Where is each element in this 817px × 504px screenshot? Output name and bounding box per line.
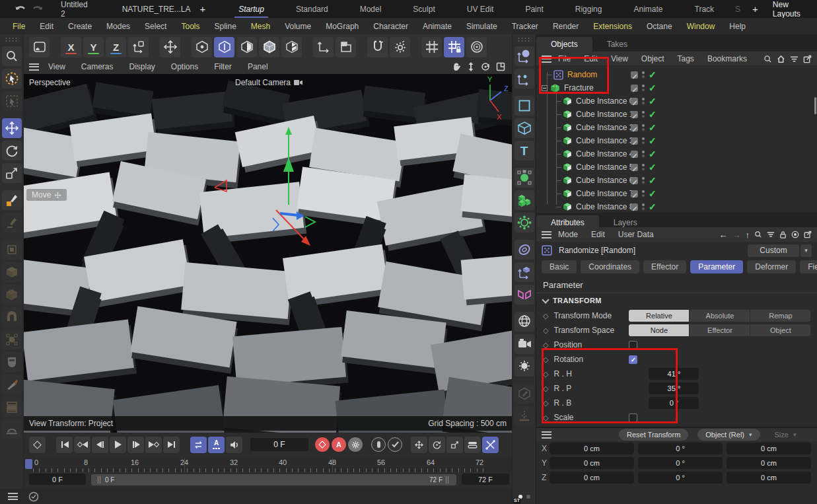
next-frame-button[interactable] — [127, 437, 144, 453]
scale-checkbox[interactable] — [629, 414, 637, 422]
current-frame-field[interactable]: 0 F — [250, 438, 308, 451]
om-menu-bookmarks[interactable]: Bookmarks — [701, 54, 754, 63]
param-diamond-icon[interactable]: ◇ — [543, 384, 548, 393]
record-pla-toggle[interactable] — [482, 437, 499, 453]
menu-extensions[interactable]: Extensions — [586, 22, 639, 31]
menu-tracker[interactable]: Tracker — [505, 22, 546, 31]
visibility-dots[interactable] — [642, 124, 645, 131]
om-menu-tags[interactable]: Tags — [671, 54, 701, 63]
pos-z-field[interactable]: 0 cm — [550, 472, 634, 484]
preset-dropdown-arrow[interactable]: ▾ — [800, 244, 812, 257]
rp-value-field[interactable]: 35 ° — [649, 382, 699, 394]
scale-tool-icon[interactable] — [2, 163, 22, 183]
enabled-check-icon[interactable]: ✓ — [649, 135, 657, 146]
tab-effector[interactable]: Effector — [643, 260, 686, 273]
snap-radius-icon[interactable] — [466, 37, 487, 57]
om-menu-edit[interactable]: Edit — [577, 54, 604, 63]
object-label[interactable]: Cube Instance 8 — [576, 202, 633, 211]
coordinate-mode-dropdown[interactable]: Object (Rel)▾ — [697, 429, 760, 441]
visibility-dots[interactable] — [642, 137, 645, 144]
grid-icon[interactable] — [421, 37, 442, 57]
workplane-axis-icon[interactable] — [313, 37, 334, 57]
spline-rectangle-icon[interactable] — [515, 96, 534, 116]
tree-row-cube-2[interactable]: Cube Instance 2✓ — [536, 121, 817, 134]
option-remap[interactable]: Remap — [750, 310, 810, 322]
light-object-icon[interactable]: ST — [515, 357, 534, 377]
reset-transform-button[interactable]: Reset Transform — [619, 429, 688, 441]
redo-icon[interactable] — [32, 5, 44, 14]
viewport-menu-cameras[interactable]: Cameras — [73, 62, 122, 71]
menu-mesh[interactable]: Mesh — [244, 22, 277, 31]
position-checkbox[interactable] — [629, 341, 637, 349]
document-tab-untitled[interactable]: Untitled 2 — [44, 0, 105, 18]
editor-toggle[interactable] — [631, 177, 638, 184]
viewport-menu-display[interactable]: Display — [121, 62, 162, 71]
viewport-3d[interactable]: Y Z X Perspective Default Camera Move Vi… — [24, 74, 512, 433]
om-menu-object[interactable]: Object — [635, 54, 671, 63]
effector-icon[interactable] — [515, 213, 534, 233]
lock-icon[interactable] — [779, 231, 787, 238]
scale-z-field[interactable]: 0 cm — [727, 472, 811, 484]
param-diamond-icon[interactable]: ◇ — [543, 355, 548, 364]
menu-render[interactable]: Render — [546, 22, 586, 31]
viewport-menu-view[interactable]: View — [40, 62, 73, 71]
viewport-menu-panel[interactable]: Panel — [240, 62, 276, 71]
menu-edit[interactable]: Edit — [32, 22, 61, 31]
enabled-check-icon[interactable]: ✓ — [649, 149, 657, 159]
move-tool-icon[interactable] — [160, 37, 180, 57]
object-label[interactable]: Cube Instance 6 — [576, 176, 633, 185]
enabled-check-icon[interactable]: ✓ — [649, 175, 657, 186]
visibility-dots[interactable] — [642, 98, 645, 104]
param-diamond-icon[interactable]: ◇ — [543, 326, 548, 335]
param-diamond-icon[interactable]: ◇ — [543, 312, 548, 320]
menu-file[interactable]: File — [5, 22, 32, 31]
tab-takes[interactable]: Takes — [592, 37, 642, 52]
prev-frame-button[interactable] — [92, 437, 108, 453]
points-mode-icon[interactable] — [192, 37, 212, 57]
layout-tab-standard[interactable]: Standard — [280, 5, 344, 14]
dock-import-icon[interactable] — [515, 406, 534, 426]
autokey-track-button[interactable]: A — [208, 437, 225, 453]
spline-point-icon[interactable] — [515, 69, 534, 89]
menu-spline[interactable]: Spline — [207, 22, 243, 31]
rotation-checkbox[interactable]: ✓ — [629, 355, 637, 364]
tree-row-cube-1[interactable]: Cube Instance 1✓ — [536, 108, 817, 121]
play-button[interactable] — [110, 437, 126, 453]
tree-row-cube-7[interactable]: Cube Instance 7✓ — [536, 187, 817, 200]
visibility-dots[interactable] — [642, 203, 645, 210]
goto-start-button[interactable] — [56, 437, 73, 453]
viewport-menu-icon[interactable] — [29, 63, 39, 71]
layout-tab-startup[interactable]: Startup — [223, 5, 280, 14]
edit-hexagon-icon[interactable] — [515, 384, 534, 404]
viewport-scene[interactable]: Y Z X — [24, 74, 512, 433]
visibility-dots[interactable] — [642, 177, 645, 184]
enabled-check-icon[interactable]: ✓ — [649, 96, 657, 106]
enabled-check-icon[interactable]: ✓ — [649, 69, 657, 80]
menu-tools[interactable]: Tools — [174, 22, 207, 31]
cube-outline-icon[interactable] — [2, 240, 22, 260]
snap-settings-gear-icon[interactable] — [390, 37, 410, 57]
rot-z-field[interactable]: 0 ° — [638, 472, 723, 484]
viewport-camera-label[interactable]: Default Camera — [235, 78, 302, 87]
object-label[interactable]: Fracture — [564, 83, 594, 92]
primitive-cube-icon[interactable] — [2, 262, 22, 282]
search-icon[interactable] — [754, 231, 762, 238]
status-menu-icon[interactable] — [8, 493, 18, 500]
filter-icon[interactable] — [767, 231, 775, 238]
preset-dropdown[interactable]: Custom — [748, 244, 799, 257]
new-window-icon[interactable] — [804, 231, 812, 238]
pos-y-field[interactable]: 0 cm — [550, 457, 634, 469]
history-back-icon[interactable]: ← — [719, 230, 728, 240]
objects-menu-icon[interactable] — [542, 55, 551, 63]
tree-row-fracture[interactable]: Fracture ✓ — [536, 81, 817, 94]
mograph-cloner-icon[interactable] — [515, 190, 534, 210]
visibility-dots[interactable] — [642, 151, 645, 157]
orbit-view-icon[interactable] — [481, 62, 490, 71]
lock-z-axis-icon[interactable]: Z — [106, 37, 126, 57]
camera-object-icon[interactable]: ST — [515, 334, 534, 354]
editor-toggle[interactable] — [631, 190, 638, 198]
add-document-button[interactable]: + — [194, 3, 213, 15]
record-rotation-toggle[interactable] — [429, 437, 445, 453]
timeline-ruler[interactable]: 0 8 16 24 32 40 48 56 64 72 — [24, 458, 512, 472]
deformer-torus-icon[interactable] — [515, 240, 534, 260]
